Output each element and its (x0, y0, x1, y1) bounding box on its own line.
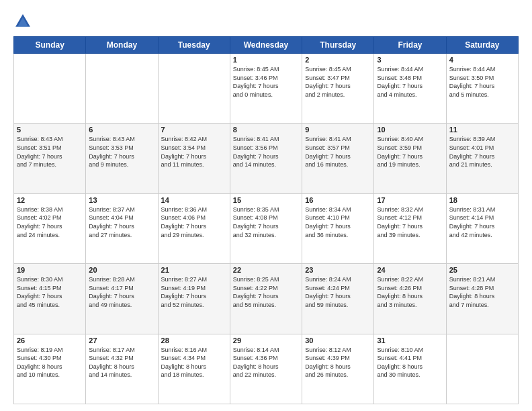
calendar-cell: 21Sunrise: 8:27 AM Sunset: 4:19 PM Dayli… (158, 264, 230, 334)
calendar-cell: 22Sunrise: 8:25 AM Sunset: 4:22 PM Dayli… (230, 264, 302, 334)
day-number: 21 (161, 266, 227, 274)
day-number: 6 (89, 126, 154, 134)
calendar-table: SundayMondayTuesdayWednesdayThursdayFrid… (13, 36, 519, 404)
day-info: Sunrise: 8:19 AM Sunset: 4:30 PM Dayligh… (17, 346, 83, 379)
day-info: Sunrise: 8:12 AM Sunset: 4:39 PM Dayligh… (305, 346, 371, 379)
day-info: Sunrise: 8:30 AM Sunset: 4:15 PM Dayligh… (17, 275, 83, 309)
calendar-cell: 10Sunrise: 8:40 AM Sunset: 3:59 PM Dayli… (374, 124, 446, 193)
day-info: Sunrise: 8:17 AM Sunset: 4:32 PM Dayligh… (89, 346, 154, 379)
weekday-header-thursday: Thursday (302, 37, 374, 54)
day-info: Sunrise: 8:42 AM Sunset: 3:54 PM Dayligh… (161, 135, 227, 169)
day-number: 10 (377, 126, 443, 134)
page: SundayMondayTuesdayWednesdayThursdayFrid… (0, 0, 532, 411)
day-info: Sunrise: 8:38 AM Sunset: 4:02 PM Dayligh… (17, 205, 83, 239)
day-number: 27 (89, 336, 154, 345)
day-info: Sunrise: 8:45 AM Sunset: 3:46 PM Dayligh… (233, 65, 299, 99)
calendar-cell: 20Sunrise: 8:28 AM Sunset: 4:17 PM Dayli… (86, 264, 158, 334)
day-info: Sunrise: 8:45 AM Sunset: 3:47 PM Dayligh… (305, 65, 371, 99)
weekday-header-tuesday: Tuesday (158, 37, 230, 54)
day-number: 29 (233, 336, 299, 345)
calendar-cell: 15Sunrise: 8:35 AM Sunset: 4:08 PM Dayli… (230, 193, 302, 263)
day-number: 19 (17, 266, 83, 274)
day-number: 3 (377, 56, 443, 64)
calendar-cell: 3Sunrise: 8:44 AM Sunset: 3:48 PM Daylig… (374, 54, 446, 124)
calendar-cell: 9Sunrise: 8:41 AM Sunset: 3:57 PM Daylig… (302, 124, 374, 193)
day-info: Sunrise: 8:44 AM Sunset: 3:48 PM Dayligh… (377, 65, 443, 99)
calendar-cell: 29Sunrise: 8:14 AM Sunset: 4:36 PM Dayli… (230, 334, 302, 404)
day-number: 11 (449, 126, 515, 134)
calendar-cell: 4Sunrise: 8:44 AM Sunset: 3:50 PM Daylig… (446, 54, 518, 124)
calendar-cell: 25Sunrise: 8:21 AM Sunset: 4:28 PM Dayli… (446, 264, 518, 334)
week-row-4: 26Sunrise: 8:19 AM Sunset: 4:30 PM Dayli… (14, 334, 519, 404)
day-number: 18 (449, 196, 515, 204)
day-info: Sunrise: 8:41 AM Sunset: 3:56 PM Dayligh… (233, 135, 299, 169)
day-number: 31 (377, 336, 443, 345)
calendar-cell: 11Sunrise: 8:39 AM Sunset: 4:01 PM Dayli… (446, 124, 518, 193)
day-info: Sunrise: 8:43 AM Sunset: 3:53 PM Dayligh… (89, 135, 154, 169)
day-number: 23 (305, 266, 371, 274)
calendar-cell: 6Sunrise: 8:43 AM Sunset: 3:53 PM Daylig… (86, 124, 158, 193)
week-row-1: 5Sunrise: 8:43 AM Sunset: 3:51 PM Daylig… (14, 124, 519, 193)
calendar-cell: 28Sunrise: 8:16 AM Sunset: 4:34 PM Dayli… (158, 334, 230, 404)
day-number: 16 (305, 196, 371, 204)
day-info: Sunrise: 8:22 AM Sunset: 4:26 PM Dayligh… (377, 275, 443, 309)
weekday-row: SundayMondayTuesdayWednesdayThursdayFrid… (14, 37, 519, 54)
calendar-cell: 27Sunrise: 8:17 AM Sunset: 4:32 PM Dayli… (86, 334, 158, 404)
day-number: 24 (377, 266, 443, 274)
day-info: Sunrise: 8:10 AM Sunset: 4:41 PM Dayligh… (377, 346, 443, 379)
calendar-header: SundayMondayTuesdayWednesdayThursdayFrid… (14, 37, 519, 54)
day-number: 1 (233, 56, 299, 64)
logo-icon (13, 12, 32, 31)
week-row-0: 1Sunrise: 8:45 AM Sunset: 3:46 PM Daylig… (14, 54, 519, 124)
day-number: 22 (233, 266, 299, 274)
day-number: 8 (233, 126, 299, 134)
calendar-cell: 24Sunrise: 8:22 AM Sunset: 4:26 PM Dayli… (374, 264, 446, 334)
day-info: Sunrise: 8:14 AM Sunset: 4:36 PM Dayligh… (233, 346, 299, 379)
day-number: 20 (89, 266, 154, 274)
calendar-cell: 7Sunrise: 8:42 AM Sunset: 3:54 PM Daylig… (158, 124, 230, 193)
day-info: Sunrise: 8:25 AM Sunset: 4:22 PM Dayligh… (233, 275, 299, 309)
day-info: Sunrise: 8:31 AM Sunset: 4:14 PM Dayligh… (449, 205, 515, 239)
calendar-cell (446, 334, 518, 404)
week-row-2: 12Sunrise: 8:38 AM Sunset: 4:02 PM Dayli… (14, 193, 519, 263)
calendar-cell: 12Sunrise: 8:38 AM Sunset: 4:02 PM Dayli… (14, 193, 86, 263)
day-info: Sunrise: 8:40 AM Sunset: 3:59 PM Dayligh… (377, 135, 443, 169)
day-number: 7 (161, 126, 227, 134)
day-info: Sunrise: 8:32 AM Sunset: 4:12 PM Dayligh… (377, 205, 443, 239)
day-info: Sunrise: 8:39 AM Sunset: 4:01 PM Dayligh… (449, 135, 515, 169)
day-number: 2 (305, 56, 371, 64)
day-number: 9 (305, 126, 371, 134)
day-number: 15 (233, 196, 299, 204)
calendar-cell: 1Sunrise: 8:45 AM Sunset: 3:46 PM Daylig… (230, 54, 302, 124)
weekday-header-monday: Monday (86, 37, 158, 54)
calendar-cell (158, 54, 230, 124)
day-number: 17 (377, 196, 443, 204)
day-info: Sunrise: 8:44 AM Sunset: 3:50 PM Dayligh… (449, 65, 515, 99)
weekday-header-friday: Friday (374, 37, 446, 54)
day-number: 12 (17, 196, 83, 204)
header (13, 12, 519, 31)
day-number: 25 (449, 266, 515, 274)
day-number: 13 (89, 196, 154, 204)
week-row-3: 19Sunrise: 8:30 AM Sunset: 4:15 PM Dayli… (14, 264, 519, 334)
calendar-cell: 19Sunrise: 8:30 AM Sunset: 4:15 PM Dayli… (14, 264, 86, 334)
calendar-cell: 31Sunrise: 8:10 AM Sunset: 4:41 PM Dayli… (374, 334, 446, 404)
calendar-cell: 5Sunrise: 8:43 AM Sunset: 3:51 PM Daylig… (14, 124, 86, 193)
calendar-cell: 13Sunrise: 8:37 AM Sunset: 4:04 PM Dayli… (86, 193, 158, 263)
day-info: Sunrise: 8:21 AM Sunset: 4:28 PM Dayligh… (449, 275, 515, 309)
calendar-cell (14, 54, 86, 124)
day-number: 14 (161, 196, 227, 204)
day-info: Sunrise: 8:36 AM Sunset: 4:06 PM Dayligh… (161, 205, 227, 239)
logo (13, 12, 35, 31)
day-info: Sunrise: 8:16 AM Sunset: 4:34 PM Dayligh… (161, 346, 227, 379)
day-number: 4 (449, 56, 515, 64)
day-info: Sunrise: 8:27 AM Sunset: 4:19 PM Dayligh… (161, 275, 227, 309)
day-info: Sunrise: 8:37 AM Sunset: 4:04 PM Dayligh… (89, 205, 154, 239)
day-info: Sunrise: 8:28 AM Sunset: 4:17 PM Dayligh… (89, 275, 154, 309)
day-number: 28 (161, 336, 227, 345)
calendar-body: 1Sunrise: 8:45 AM Sunset: 3:46 PM Daylig… (14, 54, 519, 404)
calendar-cell: 8Sunrise: 8:41 AM Sunset: 3:56 PM Daylig… (230, 124, 302, 193)
weekday-header-saturday: Saturday (446, 37, 518, 54)
day-info: Sunrise: 8:35 AM Sunset: 4:08 PM Dayligh… (233, 205, 299, 239)
calendar-cell: 23Sunrise: 8:24 AM Sunset: 4:24 PM Dayli… (302, 264, 374, 334)
